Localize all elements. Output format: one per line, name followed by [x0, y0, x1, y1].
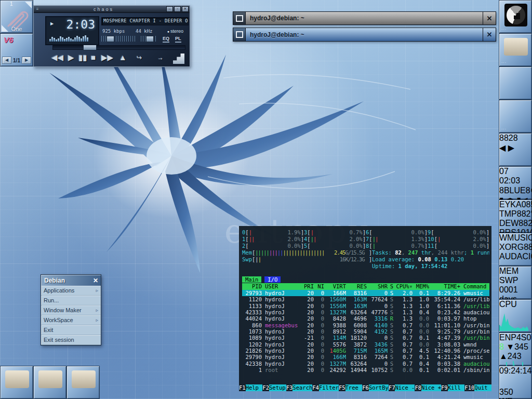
fkey-label-f9[interactable]: Kill [448, 384, 465, 391]
terminal-1-close-button[interactable]: ✕ [483, 12, 496, 24]
htop-table-header[interactable]: PIDUSERPRINIVIRTRESSHRSCPU%▿MEM%TIME+Com… [242, 283, 489, 290]
dock-tile-clock[interactable]: 09:24:14 350 WE 19 NOV [499, 366, 532, 399]
menu-item-window-maker[interactable]: Window Maker▹ [41, 305, 101, 315]
xmms-balance-slider[interactable] [141, 36, 157, 42]
balance-slider-handle[interactable] [146, 36, 154, 42]
menu-close-button[interactable]: ✕ [90, 277, 101, 284]
process-row[interactable]: 44024hydroJ200842846963316R1.30.00:03.97… [242, 315, 489, 322]
pause-button[interactable]: ▮▮ [78, 53, 87, 62]
wm-clip[interactable]: 1 One [0, 0, 33, 33]
dock-tile-sysmon[interactable]: MEM SWP 0001 days, 17:54:43 [499, 266, 532, 299]
fkey-label-f1[interactable]: Help [246, 384, 263, 391]
column-header-ni[interactable]: NI [314, 283, 324, 290]
fkey-f1[interactable]: F1 [239, 384, 246, 391]
dock-tile-weather[interactable]: EYKA0850TMP882°CDEW882°CPRS1010hPaHUM100… [499, 200, 532, 233]
xmms-eq-button[interactable]: EQ [163, 36, 169, 43]
xmms-player-window[interactable]: ≡ chaos – ▫ ✕ ▶ 2:03 MOSPHERE CHAPTER I … [33, 5, 190, 67]
terminal-2-miniaturize-button[interactable] [233, 28, 246, 41]
xmms-volume-slider[interactable] [101, 36, 136, 42]
column-header-pid[interactable]: PID [242, 283, 262, 290]
pager-dockapp[interactable]: V6 ◀ 1/1 ▶ [0, 33, 33, 66]
column-header-mem[interactable]: MEM% [413, 283, 429, 290]
fkey-f4[interactable]: F4 [312, 384, 319, 391]
fkey-f2[interactable]: F2 [262, 384, 269, 391]
column-header-cpu[interactable]: CPU%▿ [396, 283, 413, 290]
dock-tile-file-cabinet[interactable]: ··· [499, 100, 532, 133]
fkey-label-f7[interactable]: Nice - [395, 384, 415, 391]
menu-titlebar[interactable]: Debian ✕ [41, 275, 101, 286]
process-row[interactable]: 29790hydroJ200166M83167264S0.70.14:21.24… [242, 354, 489, 360]
process-row[interactable]: 860messagebus200938860084140S0.70.011:01… [242, 322, 489, 328]
fkey-f7[interactable]: F7 [389, 384, 395, 391]
menu-item-applications[interactable]: Applications▹ [41, 286, 101, 296]
pager-left-arrow-button[interactable]: ◀ [2, 57, 11, 64]
process-row[interactable]: 42333hydroJ2001327M6326447776S1.30.40:23… [242, 309, 489, 315]
play-button[interactable]: ▶ [68, 53, 74, 62]
xmms-titlebar[interactable]: ≡ chaos – ▫ ✕ [34, 6, 190, 13]
menu-item-workspace[interactable]: WorkSpace▹ [41, 315, 101, 325]
terminal-1-titlebar[interactable]: hydroJ@debian: ~ [246, 12, 483, 24]
fkey-label-f5[interactable]: Tree [345, 384, 363, 391]
previous-button[interactable]: ◀◀ [51, 53, 63, 62]
process-row[interactable]: 21826hydroJ2001405G715M165MS0.74.512:40.… [242, 348, 489, 354]
column-header-user[interactable]: USER [262, 283, 300, 290]
dock-tile-wmnd[interactable]: ENP4S0 8 ▼345 ▲243 ▼227 ▲66.0 [499, 332, 532, 366]
xmms-seek-bar[interactable] [52, 45, 185, 50]
process-row[interactable]: 1133hydroJ2001556M163M0S1.31.06:11.36/us… [242, 303, 489, 309]
terminal-window-2-shaded[interactable]: hydroJ@debian: ~ ✕ [233, 28, 496, 42]
htop-tab-main[interactable]: Main [242, 276, 261, 283]
repeat-button[interactable]: → [157, 54, 164, 61]
volume-slider-handle[interactable] [107, 36, 114, 42]
terminal-2-titlebar[interactable]: hydroJ@debian: ~ [246, 28, 483, 41]
xmms-menu-icon[interactable]: ≡ [34, 7, 41, 11]
shuffle-button[interactable]: ↪ [137, 54, 142, 61]
xmms-minimize-button[interactable]: – [166, 6, 173, 12]
fkey-label-f4[interactable]: Filter [319, 384, 339, 391]
column-header-pri[interactable]: PRI [300, 283, 314, 290]
terminal-window-1-shaded[interactable]: hydroJ@debian: ~ ✕ [233, 11, 496, 25]
fkey-label-f2[interactable]: Setup [269, 384, 286, 391]
column-header-shr[interactable]: SHR [367, 283, 388, 290]
process-row[interactable]: 1root200242921494410752S0.00.10:02.01/sb… [242, 367, 489, 373]
process-row[interactable]: 1120hydroJ2001560M163M77624S1.31.035:54.… [242, 296, 489, 302]
appicon-tux-terminal[interactable] [0, 366, 33, 399]
debian-root-menu[interactable]: Debian ✕ Applications▹Run...Window Maker… [41, 274, 101, 345]
column-header-res[interactable]: RES [346, 283, 367, 290]
menu-item-run-[interactable]: Run... [41, 296, 101, 305]
process-row[interactable]: 1202hydroJ200557638723436S0.70.03:08.03w… [242, 341, 489, 348]
xmms-shade-button[interactable]: ▫ [174, 6, 181, 12]
dock-tile-drawer[interactable] [499, 66, 532, 100]
pager-right-arrow-button[interactable]: ▶ [22, 57, 31, 64]
htop-tab-io[interactable]: I/O [264, 276, 281, 283]
fkey-label-f6[interactable]: SortBy [369, 384, 389, 391]
column-header-command[interactable]: Command [460, 283, 489, 290]
appicon-terminal-2[interactable] [66, 366, 100, 399]
dock-tile-terminal[interactable]: ··· [499, 33, 532, 66]
dock-tile-wmusic[interactable]: 07 02:03 8BLUE8↺ ▮◀▶▮◀◀▶▶ ▲▶▮▮■ [499, 166, 532, 200]
mixer-prev-channel-button[interactable]: ◀ [499, 143, 506, 152]
fkey-label-f3[interactable]: Search [292, 384, 312, 391]
column-header-s[interactable]: S [388, 283, 396, 290]
fkey-f10[interactable]: F10 [464, 384, 474, 391]
fkey-f8[interactable]: F8 [415, 384, 421, 391]
eject-button[interactable]: ▲ [119, 53, 126, 62]
mixer-next-channel-button[interactable]: ▶ [508, 143, 514, 152]
stop-button[interactable]: ■ [91, 53, 96, 62]
dock-tile-cpumon[interactable]: CPU [499, 299, 532, 332]
process-row[interactable]: 1073hydroJ200891259044192S0.70.09:25.79/… [242, 328, 489, 335]
fkey-f9[interactable]: F9 [441, 384, 448, 391]
dock-tile-mixer[interactable]: 8828 ◀ ▶ [499, 133, 532, 166]
process-row[interactable]: 1089hydroJ-210114M181200S0.70.14:47.39/u… [242, 335, 489, 341]
menu-item-exit[interactable]: Exit [41, 325, 101, 335]
xmms-playlist-button[interactable]: PL [175, 36, 181, 43]
appicon-terminal-1[interactable] [33, 366, 66, 399]
fkey-f3[interactable]: F3 [286, 384, 293, 391]
dock-tile-wmtop[interactable]: WMUSIC888XORG88888AUDACIOUS [499, 233, 532, 266]
terminal-2-close-button[interactable]: ✕ [483, 28, 496, 41]
column-header-time[interactable]: TIME+ [429, 283, 460, 290]
next-button[interactable]: ▶▶ [101, 53, 113, 62]
fkey-f6[interactable]: F6 [362, 384, 369, 391]
terminal-1-miniaturize-button[interactable] [233, 12, 246, 24]
xmms-close-button[interactable]: ✕ [182, 6, 189, 12]
fkey-label-f8[interactable]: Nice + [421, 384, 441, 391]
